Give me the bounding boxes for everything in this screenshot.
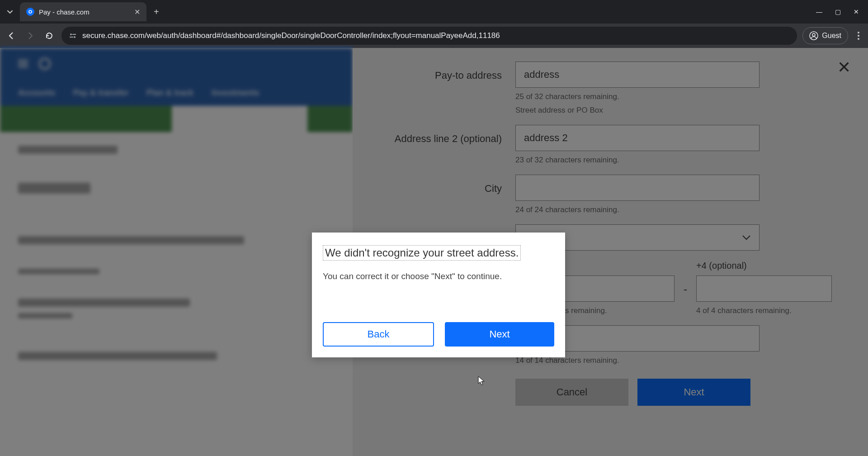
svg-point-7 [858, 32, 859, 33]
guest-avatar-icon [809, 31, 818, 40]
close-window-icon[interactable]: ✕ [854, 8, 859, 15]
svg-point-9 [858, 38, 859, 40]
profile-guest[interactable]: Guest [802, 27, 848, 44]
svg-point-6 [812, 33, 815, 36]
svg-point-0 [29, 10, 32, 13]
svg-rect-2 [72, 34, 76, 35]
tab-close-icon[interactable]: ✕ [134, 8, 140, 16]
dialog-next-button[interactable]: Next [445, 322, 554, 347]
address-bar[interactable]: secure.chase.com/web/auth/dashboard#/das… [61, 27, 797, 45]
maximize-icon[interactable]: ▢ [835, 8, 841, 15]
svg-point-8 [858, 35, 859, 37]
tab-title: Pay - chase.com [39, 8, 130, 16]
back-icon[interactable] [5, 29, 18, 43]
guest-label: Guest [822, 32, 841, 40]
reload-icon[interactable] [42, 29, 56, 43]
svg-rect-4 [70, 37, 73, 38]
forward-icon [24, 29, 37, 43]
dialog-body: You can correct it or choose "Next" to c… [323, 271, 554, 281]
browser-tab[interactable]: Pay - chase.com ✕ [20, 2, 146, 21]
tab-search-dropdown[interactable] [4, 5, 16, 18]
minimize-icon[interactable]: — [816, 8, 822, 15]
svg-point-3 [74, 36, 75, 38]
favicon-icon [26, 8, 34, 16]
url-text: secure.chase.com/web/auth/dashboard#/das… [82, 31, 500, 40]
address-not-recognized-dialog: We didn't recognize your street address.… [312, 233, 565, 357]
svg-point-1 [70, 33, 72, 35]
dialog-back-button[interactable]: Back [323, 322, 434, 347]
browser-menu-icon[interactable] [854, 31, 863, 40]
site-settings-icon[interactable] [69, 32, 77, 40]
dialog-title: We didn't recognize your street address. [323, 245, 521, 261]
new-tab-button[interactable]: + [154, 7, 159, 17]
